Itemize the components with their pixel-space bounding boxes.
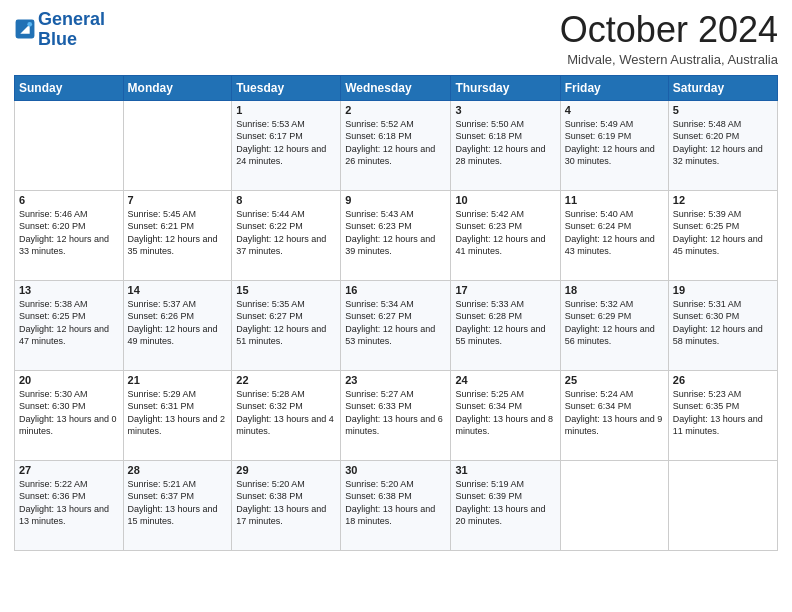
header: General Blue October 2024 Midvale, Weste… xyxy=(14,10,778,67)
calendar-cell: 8Sunrise: 5:44 AM Sunset: 6:22 PM Daylig… xyxy=(232,190,341,280)
day-info: Sunrise: 5:23 AM Sunset: 6:35 PM Dayligh… xyxy=(673,388,773,438)
calendar-cell: 9Sunrise: 5:43 AM Sunset: 6:23 PM Daylig… xyxy=(341,190,451,280)
calendar-cell: 24Sunrise: 5:25 AM Sunset: 6:34 PM Dayli… xyxy=(451,370,560,460)
day-number: 14 xyxy=(128,284,228,296)
day-number: 6 xyxy=(19,194,119,206)
title-block: October 2024 Midvale, Western Australia,… xyxy=(560,10,778,67)
day-info: Sunrise: 5:52 AM Sunset: 6:18 PM Dayligh… xyxy=(345,118,446,168)
calendar-cell: 31Sunrise: 5:19 AM Sunset: 6:39 PM Dayli… xyxy=(451,460,560,550)
calendar-cell: 13Sunrise: 5:38 AM Sunset: 6:25 PM Dayli… xyxy=(15,280,124,370)
calendar-week-1: 1Sunrise: 5:53 AM Sunset: 6:17 PM Daylig… xyxy=(15,100,778,190)
day-number: 26 xyxy=(673,374,773,386)
col-header-sunday: Sunday xyxy=(15,75,124,100)
day-number: 30 xyxy=(345,464,446,476)
logo-line2: Blue xyxy=(38,30,105,50)
day-number: 19 xyxy=(673,284,773,296)
day-info: Sunrise: 5:43 AM Sunset: 6:23 PM Dayligh… xyxy=(345,208,446,258)
day-info: Sunrise: 5:50 AM Sunset: 6:18 PM Dayligh… xyxy=(455,118,555,168)
calendar-cell: 21Sunrise: 5:29 AM Sunset: 6:31 PM Dayli… xyxy=(123,370,232,460)
calendar-cell xyxy=(560,460,668,550)
calendar-cell xyxy=(123,100,232,190)
calendar-cell: 23Sunrise: 5:27 AM Sunset: 6:33 PM Dayli… xyxy=(341,370,451,460)
day-info: Sunrise: 5:30 AM Sunset: 6:30 PM Dayligh… xyxy=(19,388,119,438)
calendar-cell: 30Sunrise: 5:20 AM Sunset: 6:38 PM Dayli… xyxy=(341,460,451,550)
day-info: Sunrise: 5:28 AM Sunset: 6:32 PM Dayligh… xyxy=(236,388,336,438)
day-number: 13 xyxy=(19,284,119,296)
day-info: Sunrise: 5:29 AM Sunset: 6:31 PM Dayligh… xyxy=(128,388,228,438)
month-title: October 2024 xyxy=(560,10,778,50)
day-info: Sunrise: 5:22 AM Sunset: 6:36 PM Dayligh… xyxy=(19,478,119,528)
calendar-cell: 7Sunrise: 5:45 AM Sunset: 6:21 PM Daylig… xyxy=(123,190,232,280)
day-info: Sunrise: 5:37 AM Sunset: 6:26 PM Dayligh… xyxy=(128,298,228,348)
day-number: 15 xyxy=(236,284,336,296)
day-number: 17 xyxy=(455,284,555,296)
day-info: Sunrise: 5:35 AM Sunset: 6:27 PM Dayligh… xyxy=(236,298,336,348)
calendar-cell: 19Sunrise: 5:31 AM Sunset: 6:30 PM Dayli… xyxy=(668,280,777,370)
day-number: 20 xyxy=(19,374,119,386)
day-number: 25 xyxy=(565,374,664,386)
day-number: 24 xyxy=(455,374,555,386)
col-header-thursday: Thursday xyxy=(451,75,560,100)
day-info: Sunrise: 5:44 AM Sunset: 6:22 PM Dayligh… xyxy=(236,208,336,258)
day-info: Sunrise: 5:49 AM Sunset: 6:19 PM Dayligh… xyxy=(565,118,664,168)
col-header-friday: Friday xyxy=(560,75,668,100)
day-info: Sunrise: 5:27 AM Sunset: 6:33 PM Dayligh… xyxy=(345,388,446,438)
day-number: 31 xyxy=(455,464,555,476)
subtitle: Midvale, Western Australia, Australia xyxy=(560,52,778,67)
day-info: Sunrise: 5:25 AM Sunset: 6:34 PM Dayligh… xyxy=(455,388,555,438)
day-info: Sunrise: 5:33 AM Sunset: 6:28 PM Dayligh… xyxy=(455,298,555,348)
col-header-saturday: Saturday xyxy=(668,75,777,100)
calendar-cell: 3Sunrise: 5:50 AM Sunset: 6:18 PM Daylig… xyxy=(451,100,560,190)
calendar-cell xyxy=(15,100,124,190)
day-number: 28 xyxy=(128,464,228,476)
day-info: Sunrise: 5:31 AM Sunset: 6:30 PM Dayligh… xyxy=(673,298,773,348)
day-info: Sunrise: 5:20 AM Sunset: 6:38 PM Dayligh… xyxy=(236,478,336,528)
day-number: 21 xyxy=(128,374,228,386)
calendar-header-row: SundayMondayTuesdayWednesdayThursdayFrid… xyxy=(15,75,778,100)
calendar-cell: 15Sunrise: 5:35 AM Sunset: 6:27 PM Dayli… xyxy=(232,280,341,370)
calendar-cell: 20Sunrise: 5:30 AM Sunset: 6:30 PM Dayli… xyxy=(15,370,124,460)
calendar-table: SundayMondayTuesdayWednesdayThursdayFrid… xyxy=(14,75,778,551)
calendar-cell: 11Sunrise: 5:40 AM Sunset: 6:24 PM Dayli… xyxy=(560,190,668,280)
day-info: Sunrise: 5:38 AM Sunset: 6:25 PM Dayligh… xyxy=(19,298,119,348)
day-number: 12 xyxy=(673,194,773,206)
calendar-cell: 2Sunrise: 5:52 AM Sunset: 6:18 PM Daylig… xyxy=(341,100,451,190)
day-number: 11 xyxy=(565,194,664,206)
day-info: Sunrise: 5:48 AM Sunset: 6:20 PM Dayligh… xyxy=(673,118,773,168)
logo-text: General Blue xyxy=(38,10,105,50)
day-info: Sunrise: 5:46 AM Sunset: 6:20 PM Dayligh… xyxy=(19,208,119,258)
day-number: 7 xyxy=(128,194,228,206)
calendar-cell: 25Sunrise: 5:24 AM Sunset: 6:34 PM Dayli… xyxy=(560,370,668,460)
day-number: 22 xyxy=(236,374,336,386)
calendar-week-5: 27Sunrise: 5:22 AM Sunset: 6:36 PM Dayli… xyxy=(15,460,778,550)
calendar-cell: 27Sunrise: 5:22 AM Sunset: 6:36 PM Dayli… xyxy=(15,460,124,550)
day-number: 1 xyxy=(236,104,336,116)
calendar-cell: 10Sunrise: 5:42 AM Sunset: 6:23 PM Dayli… xyxy=(451,190,560,280)
calendar-week-4: 20Sunrise: 5:30 AM Sunset: 6:30 PM Dayli… xyxy=(15,370,778,460)
calendar-cell: 14Sunrise: 5:37 AM Sunset: 6:26 PM Dayli… xyxy=(123,280,232,370)
calendar-week-3: 13Sunrise: 5:38 AM Sunset: 6:25 PM Dayli… xyxy=(15,280,778,370)
col-header-tuesday: Tuesday xyxy=(232,75,341,100)
calendar-cell: 4Sunrise: 5:49 AM Sunset: 6:19 PM Daylig… xyxy=(560,100,668,190)
day-number: 23 xyxy=(345,374,446,386)
calendar-cell xyxy=(668,460,777,550)
svg-point-2 xyxy=(27,22,32,27)
day-info: Sunrise: 5:34 AM Sunset: 6:27 PM Dayligh… xyxy=(345,298,446,348)
day-number: 9 xyxy=(345,194,446,206)
day-info: Sunrise: 5:39 AM Sunset: 6:25 PM Dayligh… xyxy=(673,208,773,258)
day-info: Sunrise: 5:19 AM Sunset: 6:39 PM Dayligh… xyxy=(455,478,555,528)
day-info: Sunrise: 5:42 AM Sunset: 6:23 PM Dayligh… xyxy=(455,208,555,258)
calendar-cell: 16Sunrise: 5:34 AM Sunset: 6:27 PM Dayli… xyxy=(341,280,451,370)
day-number: 5 xyxy=(673,104,773,116)
day-number: 4 xyxy=(565,104,664,116)
calendar-cell: 1Sunrise: 5:53 AM Sunset: 6:17 PM Daylig… xyxy=(232,100,341,190)
col-header-monday: Monday xyxy=(123,75,232,100)
day-number: 29 xyxy=(236,464,336,476)
day-info: Sunrise: 5:45 AM Sunset: 6:21 PM Dayligh… xyxy=(128,208,228,258)
day-info: Sunrise: 5:24 AM Sunset: 6:34 PM Dayligh… xyxy=(565,388,664,438)
day-info: Sunrise: 5:40 AM Sunset: 6:24 PM Dayligh… xyxy=(565,208,664,258)
day-number: 10 xyxy=(455,194,555,206)
day-number: 8 xyxy=(236,194,336,206)
day-info: Sunrise: 5:21 AM Sunset: 6:37 PM Dayligh… xyxy=(128,478,228,528)
calendar-cell: 22Sunrise: 5:28 AM Sunset: 6:32 PM Dayli… xyxy=(232,370,341,460)
